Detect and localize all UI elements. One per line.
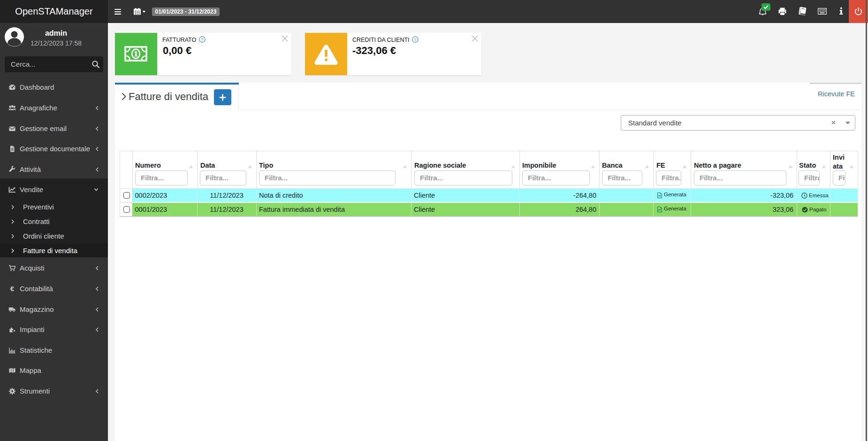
svg-text:€: € bbox=[10, 285, 15, 293]
svg-text:1: 1 bbox=[134, 50, 138, 58]
svg-text:?: ? bbox=[201, 37, 203, 42]
svg-text:?: ? bbox=[414, 37, 416, 42]
